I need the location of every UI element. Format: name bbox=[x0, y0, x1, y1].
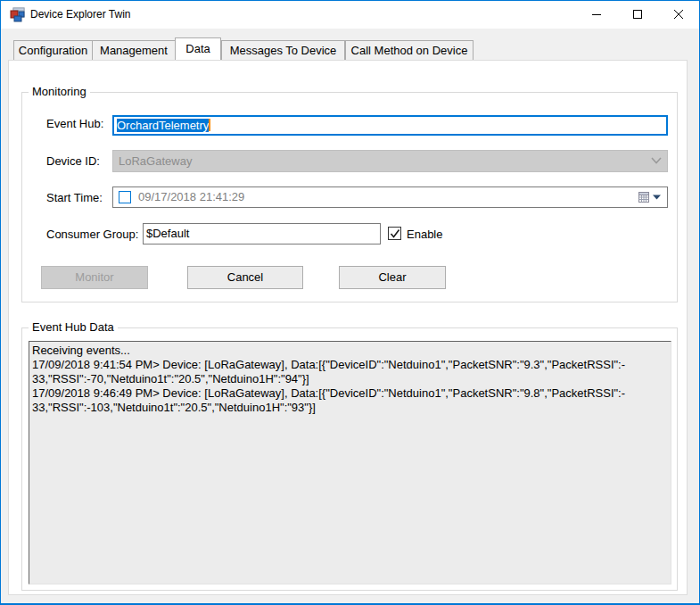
enable-checkbox-label[interactable]: Enable bbox=[407, 228, 442, 241]
start-time-value: 09/17/2018 21:41:29 bbox=[138, 190, 244, 203]
chevron-down-icon bbox=[651, 157, 662, 164]
app-icon bbox=[10, 7, 25, 22]
log-line: Receiving events... bbox=[32, 344, 668, 358]
app-window: Device Explorer Twin Configuration Manag… bbox=[0, 0, 700, 605]
tab-data[interactable]: Data bbox=[175, 37, 221, 60]
event-hub-input[interactable]: OrchardTelemetry bbox=[112, 115, 668, 136]
tab-call-method-on-device[interactable]: Call Method on Device bbox=[345, 40, 474, 60]
start-time-picker[interactable]: 09/17/2018 21:41:29 bbox=[112, 186, 668, 208]
close-button[interactable] bbox=[658, 1, 699, 29]
tab-messages-to-device[interactable]: Messages To Device bbox=[221, 40, 345, 60]
event-hub-data-group: Event Hub Data Receiving events... 17/09… bbox=[21, 327, 678, 591]
log-line: 33,"RSSI":-103,"Netduino1t":"20.5","Netd… bbox=[32, 401, 668, 415]
enable-checkbox[interactable] bbox=[388, 227, 401, 240]
monitor-button[interactable]: Monitor bbox=[41, 266, 148, 289]
event-hub-selected-text: OrchardTelemetry bbox=[117, 119, 209, 132]
close-icon bbox=[674, 10, 684, 20]
event-hub-label: Event Hub: bbox=[46, 117, 103, 130]
start-time-dropdown-button[interactable] bbox=[638, 189, 664, 205]
monitoring-group: Monitoring Event Hub: OrchardTelemetry D… bbox=[21, 92, 678, 302]
event-hub-data-group-label: Event Hub Data bbox=[29, 320, 118, 334]
tab-page-data: Monitoring Event Hub: OrchardTelemetry D… bbox=[8, 60, 688, 595]
minimize-button[interactable] bbox=[576, 1, 617, 29]
log-line: 17/09/2018 9:41:54 PM> Device: [LoRaGate… bbox=[32, 358, 668, 372]
device-id-dropdown[interactable]: LoRaGateway bbox=[112, 150, 668, 172]
calendar-icon bbox=[638, 191, 650, 203]
maximize-button[interactable] bbox=[617, 1, 658, 29]
minimize-icon bbox=[592, 10, 602, 20]
clear-button[interactable]: Clear bbox=[339, 266, 446, 289]
tab-configuration[interactable]: Configuration bbox=[13, 40, 93, 60]
monitoring-group-label: Monitoring bbox=[29, 85, 90, 98]
consumer-group-input[interactable]: $Default bbox=[143, 223, 381, 244]
event-hub-data-log[interactable]: Receiving events... 17/09/2018 9:41:54 P… bbox=[29, 341, 671, 584]
log-line: 17/09/2018 9:46:49 PM> Device: [LoRaGate… bbox=[32, 386, 668, 401]
start-time-checkbox[interactable] bbox=[119, 191, 131, 203]
start-time-label: Start Time: bbox=[46, 191, 103, 204]
cancel-button[interactable]: Cancel bbox=[187, 266, 303, 289]
checkmark-icon bbox=[390, 228, 400, 239]
tab-management[interactable]: Management bbox=[92, 40, 176, 60]
log-line: 33,"RSSI":-70,"Netduino1t":"20.5","Netdu… bbox=[32, 372, 668, 386]
consumer-group-label: Consumer Group: bbox=[46, 228, 138, 241]
title-bar[interactable]: Device Explorer Twin bbox=[1, 1, 699, 29]
maximize-icon bbox=[633, 10, 643, 20]
window-title: Device Explorer Twin bbox=[30, 8, 131, 21]
text-caret bbox=[209, 119, 210, 131]
dropdown-arrow-icon bbox=[653, 195, 661, 200]
device-id-label: Device ID: bbox=[46, 154, 100, 168]
